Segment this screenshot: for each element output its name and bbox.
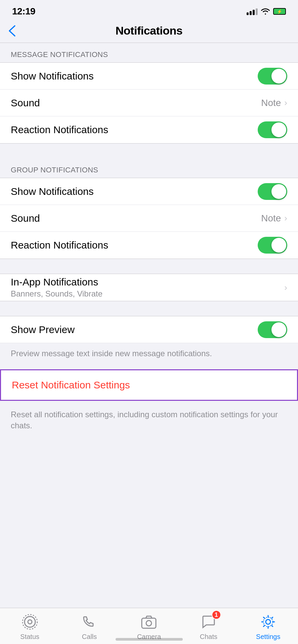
svg-rect-3 [142,618,156,628]
group-notifications-group: Show Notifications Sound Note › Reaction… [0,178,298,259]
msg-sound-right: Note › [261,98,287,108]
svg-point-4 [146,621,152,626]
camera-icon [140,613,158,631]
svg-point-0 [25,616,35,627]
reset-row[interactable]: Reset Notification Settings [1,370,297,400]
msg-reaction-toggle[interactable] [258,121,287,138]
grp-show-notifications-row: Show Notifications [0,178,298,205]
wifi-icon [261,8,270,15]
inapp-right: › [284,282,287,293]
msg-sound-chevron-icon: › [284,98,287,108]
settings-icon [259,613,277,631]
status-icons: ⚡ [247,8,286,15]
grp-reaction-knob [271,238,286,253]
grp-sound-value: Note [261,213,281,224]
msg-sound-row[interactable]: Sound Note › [0,90,298,116]
home-indicator [116,638,183,641]
msg-reaction-knob [271,122,286,137]
msg-sound-value: Note [261,98,281,108]
group-gap-3 [0,301,298,316]
msg-reaction-label: Reaction Notifications [11,124,108,136]
tab-item-chats[interactable]: 1 Chats [188,613,229,641]
show-preview-row: Show Preview [0,316,298,343]
show-preview-description: Preview message text inside new message … [0,343,298,366]
grp-reaction-row: Reaction Notifications [0,232,298,259]
grp-show-knob [271,184,286,199]
status-icon [21,613,39,631]
tab-label-chats: Chats [200,633,217,641]
page-title: Notifications [116,24,182,37]
status-bar: 12:19 ⚡ [0,0,298,20]
msg-show-label: Show Notifications [11,70,94,82]
tab-item-camera[interactable]: Camera [129,613,169,641]
svg-point-6 [263,617,273,627]
msg-reaction-row: Reaction Notifications [0,116,298,143]
reset-group: Reset Notification Settings [0,369,298,401]
nav-header: Notifications [0,20,298,43]
inapp-notifications-group: In-App Notifications Banners, Sounds, Vi… [0,274,298,301]
show-preview-toggle[interactable] [258,321,287,338]
calls-icon [80,613,98,631]
svg-point-1 [28,620,32,624]
msg-show-toggle[interactable] [258,68,287,85]
tab-icon-wrap-camera [140,613,158,631]
group-notifications-header: GROUP NOTIFICATIONS [0,158,298,178]
grp-show-label: Show Notifications [11,186,94,197]
inapp-sublabel: Banners, Sounds, Vibrate [11,289,102,299]
content-area: MESSAGE NOTIFICATIONS Show Notifications… [0,43,298,498]
msg-show-knob [271,69,286,84]
grp-sound-chevron-icon: › [284,213,287,223]
msg-sound-label: Sound [11,97,40,109]
chats-badge: 1 [212,610,221,620]
signal-bars-icon [247,8,258,15]
tab-label-calls: Calls [82,633,97,641]
back-button[interactable] [8,24,16,37]
grp-show-toggle[interactable] [258,183,287,200]
inapp-labels: In-App Notifications Banners, Sounds, Vi… [11,276,102,299]
reset-description: Reset all notification settings, includi… [0,404,298,438]
status-time: 12:19 [12,6,35,17]
tab-icon-wrap-chats: 1 [200,613,218,631]
group-gap-2 [0,259,298,274]
show-preview-label: Show Preview [11,324,75,335]
grp-reaction-label: Reaction Notifications [11,239,108,251]
show-preview-knob [271,322,286,337]
tab-icon-wrap-calls [80,613,98,631]
msg-show-notifications-row: Show Notifications [0,63,298,90]
reset-label: Reset Notification Settings [12,379,130,391]
inapp-row[interactable]: In-App Notifications Banners, Sounds, Vi… [0,274,298,301]
tab-item-status[interactable]: Status [10,613,50,641]
battery-icon: ⚡ [273,8,286,15]
grp-reaction-toggle[interactable] [258,237,287,254]
tab-icon-wrap-status [21,613,39,631]
message-notifications-header: MESSAGE NOTIFICATIONS [0,43,298,62]
inapp-chevron-icon: › [284,282,287,293]
grp-sound-row[interactable]: Sound Note › [0,205,298,232]
grp-sound-right: Note › [261,213,287,224]
tab-item-settings[interactable]: Settings [248,613,288,641]
show-preview-group: Show Preview [0,316,298,343]
inapp-label: In-App Notifications [11,276,98,288]
tab-icon-wrap-settings [259,613,277,631]
group-gap-1 [0,144,298,158]
grp-sound-label: Sound [11,213,40,224]
message-notifications-group: Show Notifications Sound Note › Reaction… [0,62,298,144]
svg-point-5 [266,620,270,624]
tab-label-settings: Settings [256,633,280,641]
tab-item-calls[interactable]: Calls [69,613,110,641]
tab-label-status: Status [20,633,39,641]
